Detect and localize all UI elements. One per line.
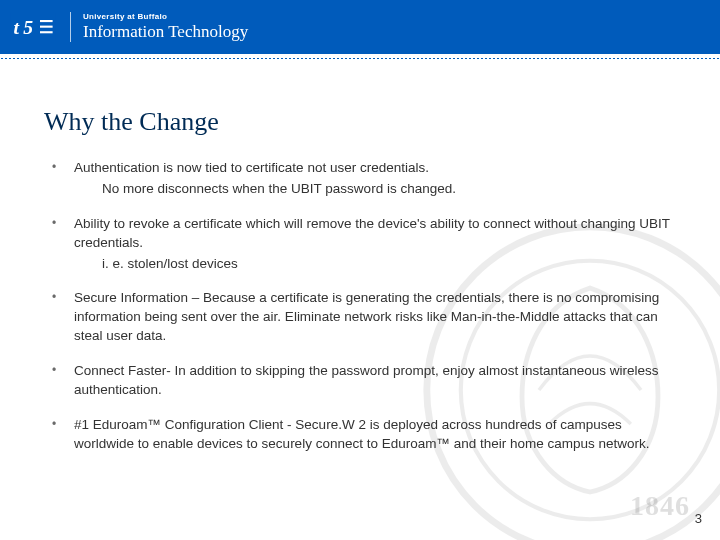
bullet-text: Connect Faster- In addition to skipping … [74,363,659,397]
svg-rect-6 [40,26,53,28]
bullet-text: Secure Information – Because a certifica… [74,290,659,343]
header-text: University at Buffalo Information Techno… [83,13,248,40]
ub-logo-icon: t 5 [10,13,56,41]
svg-text:t: t [13,17,19,38]
seal-year: 1846 [630,490,690,522]
list-item: #1 Eduroam™ Configuration Client - Secur… [44,416,676,454]
bullet-text: Ability to revoke a certificate which wi… [74,216,670,250]
brand-header: t 5 University at Buffalo Information Te… [0,0,720,54]
slide: 1846 t 5 University at Buffalo Informati… [0,0,720,540]
slide-body: Why the Change Authentication is now tie… [0,59,720,454]
svg-rect-7 [40,31,53,33]
svg-text:5: 5 [23,17,33,38]
bullet-text: Authentication is now tied to certificat… [74,160,429,175]
department-name: Information Technology [83,23,248,41]
bullet-subtext: i. e. stolen/lost devices [74,255,676,274]
list-item: Secure Information – Because a certifica… [44,289,676,346]
bullet-list: Authentication is now tied to certificat… [44,159,676,454]
header-divider [70,12,71,42]
svg-rect-5 [40,20,53,22]
page-number: 3 [695,511,702,526]
list-item: Connect Faster- In addition to skipping … [44,362,676,400]
university-name: University at Buffalo [83,13,248,21]
slide-title: Why the Change [44,107,676,137]
bullet-subtext: No more disconnects when the UBIT passwo… [74,180,676,199]
list-item: Authentication is now tied to certificat… [44,159,676,199]
bullet-text: #1 Eduroam™ Configuration Client - Secur… [74,417,650,451]
list-item: Ability to revoke a certificate which wi… [44,215,676,274]
